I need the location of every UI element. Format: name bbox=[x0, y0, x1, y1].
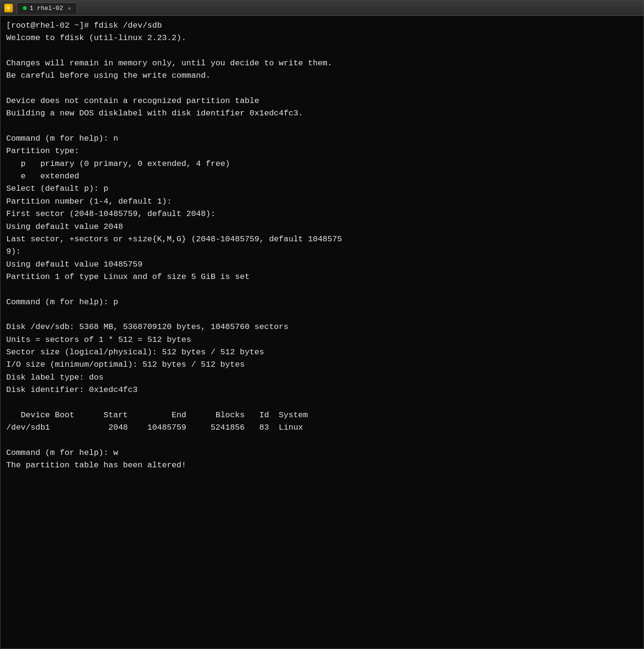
terminal-tab[interactable]: 1 rhel-02 ✕ bbox=[17, 2, 77, 14]
close-icon[interactable]: ✕ bbox=[68, 5, 71, 11]
title-bar: ⚙ 1 rhel-02 ✕ bbox=[0, 0, 644, 16]
terminal-window: ⚙ 1 rhel-02 ✕ [root@rhel-02 ~]# fdisk /d… bbox=[0, 0, 644, 649]
app-icon: ⚙ bbox=[4, 4, 13, 12]
connection-indicator bbox=[23, 6, 27, 10]
tab-label: 1 rhel-02 bbox=[30, 5, 63, 12]
terminal-output[interactable]: [root@rhel-02 ~]# fdisk /dev/sdb Welcome… bbox=[0, 16, 644, 649]
